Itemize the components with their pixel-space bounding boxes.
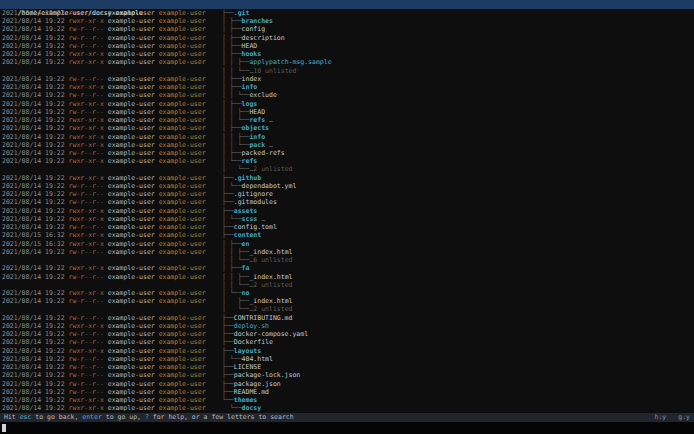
toggle-flags: h:yg:y (642, 413, 690, 422)
permissions: rwxr-xr-x (69, 83, 104, 91)
tree-row[interactable]: 2021/08/14 19:22 rwxr-xr-x example-user … (2, 9, 694, 17)
tree-row[interactable]: │ │ └──…2 unlisted (2, 281, 694, 289)
tree-row[interactable]: 2021/08/14 19:22 rw-r--r-- example-user … (2, 388, 694, 396)
tree-branch-glyph: │ ├── (222, 100, 242, 108)
tree-row[interactable]: 2021/08/14 19:22 rwxr-xr-x example-user … (2, 322, 694, 330)
file-name: description (242, 34, 285, 42)
modified-date: 2021/08/14 19:22 (2, 190, 69, 198)
tree-row[interactable]: 2021/08/14 19:22 rw-r--r-- example-user … (2, 25, 694, 33)
tree-row[interactable]: 2021/08/14 19:22 rwxr-xr-x example-user … (2, 17, 694, 25)
owner-name: example-user (108, 42, 159, 50)
modified-date: 2021/08/14 19:22 (2, 75, 69, 83)
modified-date: 2021/08/14 19:22 (2, 380, 69, 388)
tree-row[interactable]: │ └──…2 unlisted (2, 305, 694, 313)
tree-row[interactable]: 2021/08/14 19:22 rwxr-xr-x example-user … (2, 215, 694, 223)
file-meta: 2021/08/14 19:22 rwxr-xr-x example-user … (2, 58, 222, 66)
permissions: rw-r--r-- (69, 198, 104, 206)
tree-row[interactable]: 2021/08/15 16:32 rwxr-xr-x example-user … (2, 240, 694, 248)
tree-row[interactable]: 2021/08/14 19:22 rw-r--r-- example-user … (2, 34, 694, 42)
tree-row[interactable]: 2021/08/14 19:22 rw-r--r-- example-user … (2, 75, 694, 83)
tree-row[interactable]: 2021/08/14 19:22 rw-r--r-- example-user … (2, 149, 694, 157)
group-name: example-user (159, 116, 206, 124)
tree-row[interactable]: 2021/08/14 19:22 rw-r--r-- example-user … (2, 42, 694, 50)
tree-row[interactable]: │ └──…2 unlisted (2, 165, 694, 173)
root-path-bar[interactable]: /home/example-user/docsy-example (0, 0, 694, 9)
owner-name: example-user (108, 149, 159, 157)
tree-row[interactable]: 2021/08/14 19:22 rw-r--r-- example-user … (2, 363, 694, 371)
tree-row[interactable]: 2021/08/14 19:22 rwxr-xr-x example-user … (2, 141, 694, 149)
status-bar: Hit esc to go back, enter to go up, ? fo… (0, 413, 694, 422)
tree-row[interactable]: 2021/08/14 19:22 rw-r--r-- example-user … (2, 273, 694, 281)
tree-row[interactable]: 2021/08/14 19:22 rw-r--r-- example-user … (2, 190, 694, 198)
directory-name: info (249, 133, 265, 141)
file-meta: 2021/08/14 19:22 rwxr-xr-x example-user … (2, 207, 222, 215)
modified-date: 2021/08/14 19:22 (2, 34, 69, 42)
tree-row[interactable]: 2021/08/14 19:22 rwxr-xr-x example-user … (2, 347, 694, 355)
tree-row[interactable]: 2021/08/14 19:22 rwxr-xr-x example-user … (2, 83, 694, 91)
tree-row[interactable]: 2021/08/14 19:22 rwxr-xr-x example-user … (2, 396, 694, 404)
file-name: _index.html (249, 297, 292, 305)
file-meta: 2021/08/15 16:32 rwxr-xr-x example-user … (2, 240, 222, 248)
file-meta: 2021/08/14 19:22 rw-r--r-- example-user … (2, 363, 222, 371)
tree-row[interactable]: 2021/08/14 19:22 rwxr-xr-x example-user … (2, 207, 694, 215)
file-meta: 2021/08/14 19:22 rw-r--r-- example-user … (2, 248, 222, 256)
tree-row[interactable]: 2021/08/14 19:22 rwxr-xr-x example-user … (2, 116, 694, 124)
tree-branch-glyph: │ │ ├── (222, 108, 249, 116)
tree-row[interactable]: 2021/08/14 19:22 rw-r--r-- example-user … (2, 248, 694, 256)
group-name: example-user (159, 9, 206, 17)
tree-row[interactable]: 2021/08/14 19:22 rwxr-xr-x example-user … (2, 58, 694, 66)
tree-row[interactable]: 2021/08/14 19:22 rw-r--r-- example-user … (2, 338, 694, 346)
tree-row[interactable]: 2021/08/14 19:22 rw-r--r-- example-user … (2, 182, 694, 190)
tree-row[interactable]: 2021/08/14 19:22 rwxr-xr-x example-user … (2, 100, 694, 108)
permissions: rw-r--r-- (69, 297, 104, 305)
permissions: rwxr-xr-x (69, 116, 104, 124)
tree-row[interactable]: 2021/08/14 19:22 rw-r--r-- example-user … (2, 314, 694, 322)
file-meta: 2021/08/14 19:22 rwxr-xr-x example-user … (2, 404, 222, 412)
permissions: rw-r--r-- (69, 273, 104, 281)
tree-row[interactable]: 2021/08/14 19:22 rw-r--r-- example-user … (2, 380, 694, 388)
tree-row[interactable]: 2021/08/14 19:22 rw-r--r-- example-user … (2, 198, 694, 206)
search-input[interactable] (0, 422, 694, 434)
tree-row[interactable]: 2021/08/14 19:22 rwxr-xr-x example-user … (2, 157, 694, 165)
owner-name: example-user (108, 355, 159, 363)
truncation-ellipsis: … (265, 141, 273, 149)
tree-row[interactable]: 2021/08/14 19:22 rwxr-xr-x example-user … (2, 264, 694, 272)
tree-row[interactable]: 2021/08/15 16:32 rwxr-xr-x example-user … (2, 231, 694, 239)
tree-node: │ └──404.html (222, 355, 273, 363)
tree-row[interactable]: 2021/08/14 19:22 rwxr-xr-x example-user … (2, 404, 694, 412)
tree-row[interactable]: 2021/08/14 19:22 rwxr-xr-x example-user … (2, 174, 694, 182)
unlisted-count: …6 unlisted (249, 256, 292, 264)
tree-row[interactable]: 2021/08/14 19:22 rw-r--r-- example-user … (2, 297, 694, 305)
file-meta: 2021/08/14 19:22 rw-r--r-- example-user … (2, 198, 222, 206)
tree-row[interactable]: 2021/08/14 19:22 rw-r--r-- example-user … (2, 108, 694, 116)
tree-branch-glyph: │ ├── (222, 25, 242, 33)
tree-row[interactable]: 2021/08/14 19:22 rwxr-xr-x example-user … (2, 289, 694, 297)
modified-date: 2021/08/14 19:22 (2, 207, 69, 215)
permissions: rw-r--r-- (69, 371, 104, 379)
tree-row[interactable]: 2021/08/14 19:22 rwxr-xr-x example-user … (2, 133, 694, 141)
owner-name: example-user (108, 347, 159, 355)
modified-date: 2021/08/14 19:22 (2, 58, 69, 66)
tree-branch-glyph: │ ├── (222, 34, 242, 42)
tree-row[interactable]: 2021/08/14 19:22 rwxr-xr-x example-user … (2, 124, 694, 132)
owner-name: example-user (108, 17, 159, 25)
tree-row[interactable]: 2021/08/14 19:22 rw-r--r-- example-user … (2, 355, 694, 363)
tree-row[interactable]: 2021/08/14 19:22 rwxr-xr-x example-user … (2, 50, 694, 58)
file-meta: 2021/08/14 19:22 rwxr-xr-x example-user … (2, 174, 222, 182)
tree-row[interactable]: 2021/08/14 19:22 rw-r--r-- example-user … (2, 223, 694, 231)
tree-row[interactable]: │ │ └──…6 unlisted (2, 256, 694, 264)
group-name: example-user (159, 198, 206, 206)
tree-row[interactable]: │ │ └──…10 unlisted (2, 67, 694, 75)
file-name: _index.html (249, 248, 292, 256)
permissions: rwxr-xr-x (69, 215, 104, 223)
group-name: example-user (159, 91, 206, 99)
modified-date: 2021/08/14 19:22 (2, 371, 69, 379)
group-name: example-user (159, 248, 206, 256)
tree-row[interactable]: 2021/08/14 19:22 rw-r--r-- example-user … (2, 371, 694, 379)
tree-row[interactable]: 2021/08/14 19:22 rw-r--r-- example-user … (2, 91, 694, 99)
tree-node: │ │ └──exclude (222, 91, 277, 99)
tree-branch-glyph: │ ├── (222, 124, 242, 132)
file-name: README.md (234, 388, 269, 396)
tree-row[interactable]: 2021/08/14 19:22 rw-r--r-- example-user … (2, 330, 694, 338)
owner-name: example-user (108, 314, 159, 322)
